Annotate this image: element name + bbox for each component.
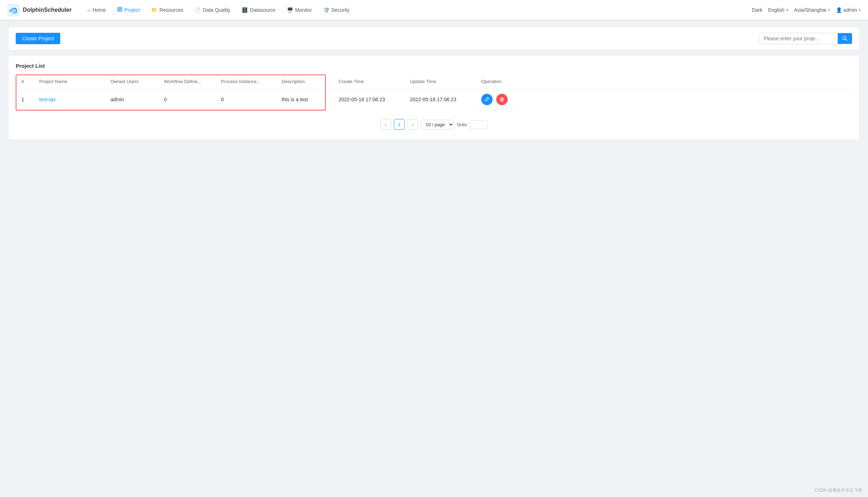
brand-logo-link[interactable]: DolphinScheduler [7,4,72,16]
nav-item-resources[interactable]: 📁 Resources [146,5,188,15]
nav-item-data-quality[interactable]: 📄 Data Quality [190,5,235,15]
col-header-create-time: Create Time [333,75,404,89]
footer-credit: CSDN @勇敢羊羊在飞奔 [815,487,862,493]
create-project-button[interactable]: Create Project [16,33,60,44]
pagination: ‹ 1 › 10 / page 20 / page 50 / page Goto [16,119,852,133]
pagination-next-button[interactable]: › [407,119,418,130]
cell-index: 1 [16,89,34,111]
nav-item-home[interactable]: ⌂ Home [82,5,111,15]
col-header-process-instance: Process Instance... [215,75,276,89]
main-content: Create Project Project List # Project Na… [0,20,868,497]
col-header-operation: Operation [476,75,852,89]
nav-label-home: Home [92,7,106,13]
nav-label-project: Project [124,7,140,13]
edit-icon [484,97,489,102]
nav-item-security[interactable]: 🛡️ Security [318,5,355,15]
user-menu[interactable]: 👤 admin ∨ [836,7,861,13]
home-icon: ⌂ [87,7,90,13]
edit-button[interactable] [481,94,493,105]
col-header-description: Description [276,75,333,89]
folder-icon: 📁 [151,7,157,13]
next-icon: › [412,122,414,127]
pagination-page-1-button[interactable]: 1 [394,119,405,130]
prev-icon: ‹ [385,122,386,127]
goto-label: Goto [457,122,467,127]
nav-item-monitor[interactable]: 🖥️ Monitor [282,5,317,15]
goto-input[interactable] [470,120,488,129]
timezone-label: Asia/Shanghai [794,7,826,13]
search-box [759,33,852,44]
search-input[interactable] [759,33,838,44]
cell-owned-users: admin [105,89,158,111]
nav-label-monitor: Monitor [295,7,312,13]
table-wrapper: # Project Name Owned Users Workflow Defi… [16,75,852,111]
nav-label-data-quality: Data Quality [203,7,230,13]
col-header-update-time: Update Time [404,75,476,89]
svg-rect-4 [118,10,119,11]
svg-rect-5 [120,10,122,11]
table-section: Project List # Project Name Owned Users … [9,56,859,140]
page-number: 1 [398,122,400,127]
col-header-workflow: Workflow Define... [158,75,215,89]
cell-workflow-define: 0 [158,89,215,111]
pagination-prev-button[interactable]: ‹ [380,119,391,130]
user-chevron-icon: ∨ [858,8,861,12]
cell-create-time: 2022-05-18 17:06:23 [333,89,404,111]
project-table: # Project Name Owned Users Workflow Defi… [16,75,852,111]
section-title: Project List [16,63,852,69]
toolbar: Create Project [9,27,859,50]
search-button[interactable] [838,33,852,44]
theme-toggle[interactable]: Dark [752,7,762,13]
nav-item-datasource[interactable]: 🗄️ Datasource [237,5,281,15]
shield-icon: 🛡️ [323,7,329,13]
search-icon [842,36,848,41]
language-chevron-icon: ∨ [786,8,789,12]
theme-label: Dark [752,7,762,13]
project-icon [117,7,122,13]
table-header-row: # Project Name Owned Users Workflow Defi… [16,75,852,89]
nav-right: Dark English ∨ Asia/Shanghai ∨ 👤 admin ∨ [752,7,861,13]
brand-name: DolphinScheduler [23,7,72,13]
cell-description: this is a test [276,89,333,111]
project-name-link[interactable]: test-api [39,97,56,102]
delete-button[interactable] [496,94,508,105]
table-row: 1 test-api admin 0 0 this is a test 2022… [16,89,852,111]
cell-project-name: test-api [34,89,105,111]
cell-operation [476,89,852,111]
nav-label-datasource: Datasource [250,7,276,13]
dolphin-logo [7,4,20,16]
timezone-selector[interactable]: Asia/Shanghai ∨ [794,7,830,13]
language-label: English [768,7,785,13]
dataquality-icon: 📄 [195,7,201,13]
svg-rect-3 [120,7,122,9]
delete-icon [499,97,504,102]
monitor-icon: 🖥️ [287,7,293,13]
col-header-owned-users: Owned Users [105,75,158,89]
table-header: # Project Name Owned Users Workflow Defi… [16,75,852,89]
cell-update-time: 2022-05-18 17:06:23 [404,89,476,111]
user-icon: 👤 [836,7,842,13]
page-size-selector[interactable]: 10 / page 20 / page 50 / page [421,120,454,129]
timezone-chevron-icon: ∨ [828,8,830,12]
nav-label-security: Security [332,7,350,13]
svg-rect-2 [118,7,119,9]
svg-point-1 [15,8,16,9]
cell-process-instance: 0 [215,89,276,111]
table-body: 1 test-api admin 0 0 this is a test 2022… [16,89,852,111]
datasource-icon: 🗄️ [242,7,248,13]
col-header-index: # [16,75,34,89]
col-header-project-name: Project Name [34,75,105,89]
project-svg-icon [117,7,122,12]
user-name: admin [843,7,857,13]
navbar: DolphinScheduler ⌂ Home Project 📁 Resour… [0,0,868,20]
nav-menu: ⌂ Home Project 📁 Resources 📄 Data Qualit… [82,5,752,15]
language-selector[interactable]: English ∨ [768,7,789,13]
nav-label-resources: Resources [159,7,183,13]
nav-item-project[interactable]: Project [112,5,145,15]
